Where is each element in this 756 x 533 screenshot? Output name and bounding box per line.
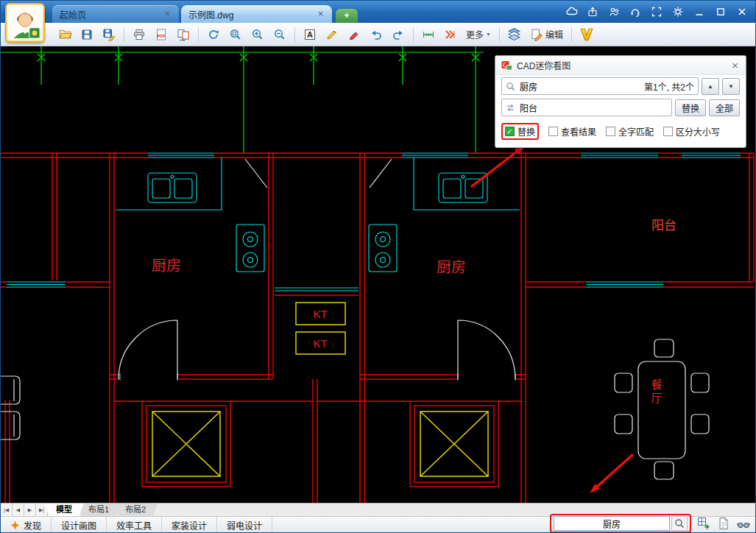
open-button[interactable] [55, 25, 74, 44]
dialog-titlebar[interactable]: CAD迷你看图 × [495, 56, 746, 75]
zoom-in-button[interactable] [248, 25, 267, 44]
annotation-arrows [472, 146, 632, 493]
statusbar-item-efficiency[interactable]: 效率工具 [107, 517, 162, 533]
drawing-search-input[interactable] [554, 516, 670, 531]
convert-button[interactable] [174, 25, 193, 44]
rotate-icon [207, 28, 220, 41]
statusbar-item-low-voltage[interactable]: 弱电设计 [217, 517, 272, 533]
contacts-button[interactable] [607, 4, 621, 19]
more-button[interactable]: 更多▼ [463, 25, 494, 44]
previous-layout-button[interactable]: ◀ [13, 504, 24, 516]
brand-v-icon [579, 27, 594, 42]
replace-input[interactable] [518, 102, 668, 113]
table-plus-button[interactable] [696, 516, 711, 531]
option-match-case[interactable]: 区分大小写 [663, 125, 720, 138]
checkbox-icon[interactable] [606, 127, 615, 136]
option-label: 全字匹配 [618, 125, 654, 138]
statusbar-item-label: 设计画图 [61, 519, 96, 532]
tab-layout1[interactable]: 布局1 [77, 504, 121, 516]
drawing-canvas[interactable]: 厨房 厨房 阳台 KT KT 餐厅 CAD迷你看图 × [1, 46, 755, 503]
drawing-search-button[interactable] [671, 516, 688, 531]
replace-box[interactable] [501, 99, 672, 116]
tab-close-icon[interactable]: × [317, 9, 325, 19]
toolbar-separator [571, 27, 572, 42]
zoom-out-icon [273, 28, 286, 41]
statusbar-item-home-design[interactable]: 家装设计 [162, 517, 217, 533]
measure-button[interactable] [419, 25, 438, 44]
options-row: ✓ 替换 查看结果 全字匹配 区分大小写 [495, 118, 746, 147]
find-next-button[interactable]: ▼ [722, 78, 740, 95]
contacts-icon [608, 6, 621, 18]
tab-close-icon[interactable]: × [163, 9, 172, 19]
checkbox-icon[interactable] [663, 127, 673, 136]
checkbox-checked-icon[interactable]: ✓ [505, 127, 515, 136]
support-button[interactable] [628, 4, 643, 19]
svg-text:A: A [307, 30, 313, 39]
text-tool-button[interactable]: A [300, 25, 319, 44]
search-box[interactable]: 第1个, 共2个 [501, 77, 699, 95]
markup-button[interactable] [441, 25, 460, 44]
print-button[interactable] [130, 25, 149, 44]
svg-text:PDF: PDF [158, 33, 166, 38]
new-tab-button[interactable]: + [336, 9, 358, 23]
search-count: 第1个, 共2个 [644, 80, 694, 93]
rotate-button[interactable] [204, 25, 223, 44]
search-icon [506, 82, 515, 91]
brand-v-button[interactable] [577, 25, 596, 44]
dialog-close-icon[interactable]: × [730, 60, 740, 71]
close-icon [737, 7, 747, 17]
statusbar-item-discover[interactable]: 发现 [1, 517, 52, 533]
close-button[interactable] [735, 4, 749, 19]
tab-drawing[interactable]: 示例图.dwg × [181, 5, 332, 23]
pdf-export-button[interactable]: PDF [152, 25, 171, 44]
pencil-tool-button[interactable] [322, 25, 342, 44]
first-layout-button[interactable]: |◀ [1, 504, 13, 516]
page-icon [717, 517, 730, 530]
page-button[interactable] [716, 516, 731, 531]
save-as-button[interactable] [99, 25, 119, 44]
app-window: 起始页 × 示例图.dwg × + PDF [0, 0, 756, 533]
headset-icon [629, 6, 641, 18]
statusbar-item-design[interactable]: 设计画图 [52, 517, 107, 533]
share-button[interactable] [585, 4, 600, 19]
statusbar-item-label: 弱电设计 [227, 519, 262, 532]
minimize-button[interactable] [692, 4, 707, 19]
maximize-button[interactable] [713, 4, 728, 19]
replace-button[interactable]: 替换 [675, 99, 706, 116]
replace-all-button[interactable]: 全部 [709, 99, 740, 116]
tab-model[interactable]: 模型 [44, 504, 84, 516]
option-whole-word[interactable]: 全字匹配 [606, 125, 654, 138]
titlebar[interactable]: 起始页 × 示例图.dwg × + [1, 1, 755, 23]
edit-label: 编辑 [545, 28, 563, 40]
cloud-button[interactable] [564, 4, 579, 19]
option-replace[interactable]: ✓ 替换 [501, 123, 539, 140]
edit-button[interactable]: 编辑 [527, 25, 566, 44]
marker-tool-button[interactable] [345, 25, 364, 44]
find-previous-button[interactable]: ▲ [702, 78, 719, 95]
fullscreen-button[interactable] [649, 4, 664, 19]
tab-start-page[interactable]: 起始页 × [52, 5, 179, 23]
zoom-out-button[interactable] [270, 25, 289, 44]
avatar-icon [8, 6, 42, 40]
fit-window-button[interactable] [226, 25, 245, 44]
replace-row: 替换 全部 [495, 96, 746, 118]
glasses-button[interactable] [736, 516, 751, 531]
tab-layout2[interactable]: 布局2 [113, 504, 158, 516]
option-view-results[interactable]: 查看结果 [548, 125, 596, 138]
swap-icon [506, 103, 515, 113]
checkbox-icon[interactable] [548, 127, 558, 136]
settings-button[interactable] [671, 4, 685, 19]
more-label: 更多 [466, 28, 484, 40]
redo-button[interactable] [389, 25, 408, 44]
search-input[interactable] [518, 80, 641, 92]
dining-label: 餐厅 [650, 379, 663, 406]
chevron-up-icon: ▲ [707, 83, 713, 90]
furniture [1, 159, 709, 479]
app-logo[interactable] [5, 3, 45, 43]
next-layout-button[interactable]: ▶ [24, 504, 36, 516]
layers-button[interactable] [505, 25, 524, 44]
statusbar-right-cluster [550, 514, 751, 533]
statusbar: 发现 设计画图 效率工具 家装设计 弱电设计 [1, 516, 755, 533]
save-button[interactable] [77, 25, 96, 44]
undo-button[interactable] [367, 25, 386, 44]
